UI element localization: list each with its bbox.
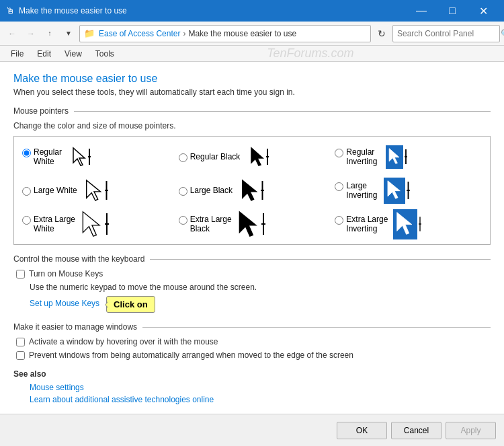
cursor-img-regular-black — [245, 145, 274, 169]
svg-marker-9 — [87, 180, 101, 200]
breadcrumb-separator: › — [183, 29, 185, 38]
page-subtitle: When you select these tools, they will a… — [13, 87, 491, 97]
pointer-option-regular-white: RegularWhite — [19, 142, 172, 172]
pointer-option-large-black: Large Black — [176, 176, 329, 205]
forward-button[interactable]: → — [23, 26, 39, 42]
pointer-radio-xl-black[interactable] — [179, 216, 187, 225]
titlebar-controls: — □ ✕ — [406, 0, 499, 22]
pointer-grid: RegularWhite Regular Black — [19, 142, 485, 239]
menu-edit[interactable]: Edit — [32, 48, 56, 60]
back-button[interactable]: ← — [4, 26, 20, 42]
maximize-button[interactable]: □ — [437, 0, 468, 22]
see-also-section: See also Mouse settings Learn about addi… — [13, 369, 491, 404]
pointer-option-regular-black: Regular Black — [176, 142, 329, 172]
keyboard-section-header: Control the mouse with the keyboard — [13, 254, 491, 264]
svg-marker-15 — [388, 180, 400, 198]
cancel-button[interactable]: Cancel — [391, 422, 442, 439]
windows-section: Make it easier to manage windows Activat… — [13, 322, 491, 360]
cursor-img-xl-white — [81, 212, 109, 236]
close-button[interactable]: ✕ — [468, 0, 499, 22]
pointer-radio-large-black[interactable] — [179, 187, 187, 196]
pointer-radio-regular-black[interactable] — [179, 153, 187, 162]
menubar: File Edit View Tools TenForums.com — [0, 46, 504, 62]
menu-tools[interactable]: Tools — [90, 48, 120, 60]
recent-button[interactable]: ▼ — [60, 26, 77, 42]
see-also-title: See also — [13, 369, 491, 379]
pointer-label-regular-white[interactable]: RegularWhite — [22, 147, 62, 166]
cursor-img-regular-inverting — [382, 145, 411, 169]
setup-mouse-keys-link[interactable]: Set up Mouse Keys — [30, 299, 99, 308]
svg-marker-24 — [397, 212, 412, 234]
pointer-label-regular-inverting[interactable]: RegularInverting — [335, 147, 377, 166]
address-box: 📁 Ease of Access Center › Make the mouse… — [79, 25, 371, 42]
pointer-label-xl-black[interactable]: Extra LargeBlack — [179, 215, 232, 233]
addressbar: ← → ↑ ▼ 📁 Ease of Access Center › Make t… — [0, 22, 504, 46]
mouse-settings-link[interactable]: Mouse settings — [13, 383, 491, 392]
pointer-radio-regular-white[interactable] — [22, 149, 31, 157]
activate-window-checkbox[interactable] — [16, 338, 25, 346]
page-title: Make the mouse easier to use — [13, 73, 491, 85]
pointer-label-large-inverting[interactable]: LargeInverting — [335, 181, 377, 200]
pointer-option-xl-inverting: Extra LargeInverting — [332, 209, 485, 239]
activate-window-row: Activate a window by hovering over it wi… — [13, 337, 491, 346]
pointer-radio-large-white[interactable] — [22, 187, 31, 196]
window-icon: 🖱 — [5, 5, 15, 16]
setup-mouse-keys-row: Set up Mouse Keys Click on — [13, 296, 491, 313]
menu-view[interactable]: View — [59, 48, 87, 60]
learn-assistive-link[interactable]: Learn about additional assistive technol… — [13, 395, 491, 404]
pointer-radio-regular-inverting[interactable] — [335, 149, 343, 157]
pointer-label-large-white[interactable]: Large White — [22, 186, 77, 196]
pointer-option-large-inverting: LargeInverting — [332, 176, 485, 205]
cursor-img-large-black — [238, 178, 266, 202]
mouse-keys-checkbox[interactable] — [16, 270, 25, 278]
pointer-label-regular-black[interactable]: Regular Black — [179, 152, 241, 162]
pointer-label-xl-inverting[interactable]: Extra LargeInverting — [335, 215, 388, 233]
mouse-keys-label[interactable]: Turn on Mouse Keys — [29, 269, 103, 278]
breadcrumb-ease-of-access[interactable]: Ease of Access Center — [99, 29, 180, 38]
search-input[interactable] — [397, 29, 498, 38]
breadcrumb-current: Make the mouse easier to use — [188, 29, 296, 38]
pointer-option-large-white: Large White — [19, 176, 172, 205]
pointer-options-box: RegularWhite Regular Black — [13, 136, 491, 245]
search-icon: 🔍 — [501, 29, 504, 38]
pointers-subtitle: Change the color and size of mouse point… — [13, 121, 491, 131]
menu-file[interactable]: File — [5, 48, 29, 60]
bottombar: OK Cancel Apply — [0, 414, 504, 446]
pointer-option-xl-black: Extra LargeBlack — [176, 209, 329, 239]
pointer-label-xl-white[interactable]: Extra LargeWhite — [22, 215, 75, 233]
refresh-button[interactable]: ↻ — [374, 26, 390, 42]
cursor-img-regular-white — [67, 145, 95, 169]
up-button[interactable]: ↑ — [42, 26, 58, 42]
pointer-radio-xl-white[interactable] — [22, 216, 31, 225]
titlebar: 🖱 Make the mouse easier to use — □ ✕ — [0, 0, 504, 22]
svg-marker-6 — [390, 148, 400, 163]
mouse-keys-row: Turn on Mouse Keys — [13, 269, 491, 278]
apply-button[interactable]: Apply — [446, 422, 496, 439]
minimize-button[interactable]: — — [406, 0, 437, 22]
window-title: Make the mouse easier to use — [19, 6, 406, 15]
pointer-option-regular-inverting: RegularInverting — [332, 142, 485, 172]
click-on-tooltip: Click on — [106, 296, 155, 313]
prevent-arrange-label[interactable]: Prevent windows from being automatically… — [29, 350, 353, 360]
cursor-img-xl-black — [237, 212, 265, 236]
windows-section-header: Make it easier to manage windows — [13, 322, 491, 332]
pointer-radio-xl-inverting[interactable] — [335, 216, 343, 225]
pointers-section-header: Mouse pointers — [13, 106, 491, 116]
pointer-option-xl-white: Extra LargeWhite — [19, 209, 172, 239]
svg-marker-21 — [239, 212, 256, 236]
svg-marker-12 — [242, 180, 256, 200]
svg-marker-0 — [73, 148, 85, 165]
cursor-img-large-inverting — [382, 178, 411, 202]
mouse-keys-desc: Use the numeric keypad to move the mouse… — [13, 283, 491, 292]
svg-marker-3 — [251, 148, 263, 165]
main-content: Make the mouse easier to use When you se… — [0, 62, 504, 414]
svg-marker-18 — [83, 212, 99, 236]
ok-button[interactable]: OK — [337, 422, 387, 439]
pointer-radio-large-inverting[interactable] — [335, 182, 343, 191]
cursor-img-xl-inverting — [393, 212, 421, 236]
watermark: TenForums.com — [122, 46, 499, 61]
pointer-label-large-black[interactable]: Large Black — [179, 186, 233, 196]
prevent-arrange-checkbox[interactable] — [16, 351, 25, 360]
activate-window-label[interactable]: Activate a window by hovering over it wi… — [29, 337, 218, 346]
cursor-img-large-white — [83, 178, 111, 202]
